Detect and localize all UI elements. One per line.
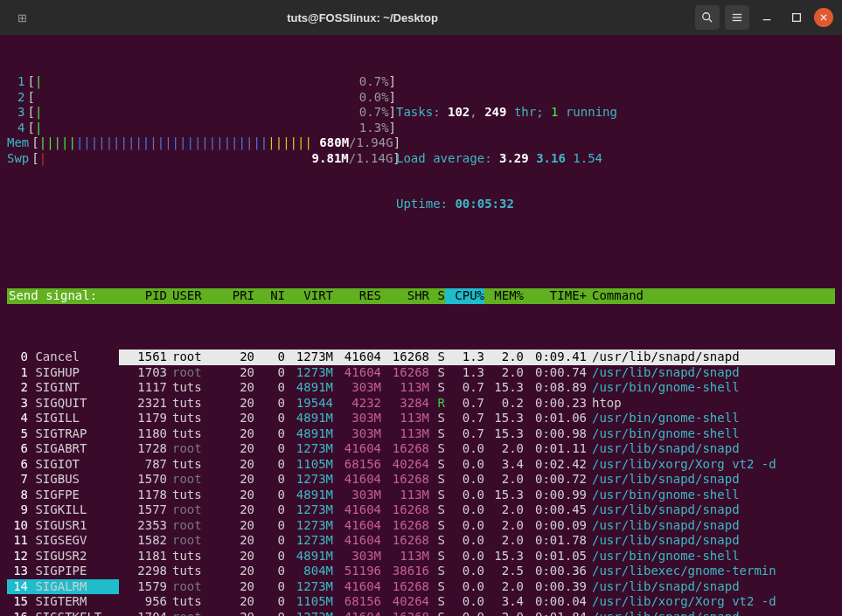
process-row[interactable]: 956tuts2001105M6815640264S0.03.40:00.04/… [119,594,835,610]
svg-rect-6 [793,14,801,22]
col-cpu[interactable]: CPU% [445,288,484,304]
process-row[interactable]: 2353root2001273M4160416268S0.02.00:00.09… [119,518,835,534]
titlebar: ⊞ tuts@FOSSlinux: ~/Desktop [0,0,842,35]
signal-item[interactable]: 15 SIGTERM [7,594,119,610]
signal-item[interactable]: 5 SIGTRAP [7,426,119,442]
col-time[interactable]: TIME+ [524,288,587,304]
col-pid[interactable]: PID [119,288,167,304]
search-icon [701,11,713,24]
process-row[interactable]: 2321tuts2001954442323284R0.70.20:00.23ht… [119,396,835,412]
col-user[interactable]: USER [167,288,219,304]
uptime-line: Uptime: 00:05:32 [396,197,835,212]
cpu-bar: 3 [| 0.7%] [7,105,396,121]
tasks-line: Tasks: 102, 249 thr; 1 running [396,105,835,121]
col-res[interactable]: RES [333,288,381,304]
col-mem[interactable]: MEM% [484,288,524,304]
hamburger-icon [731,11,743,24]
process-row[interactable]: 1579root2001273M4160416268S0.02.00:00.39… [119,579,835,595]
signal-item[interactable]: 4 SIGILL [7,411,119,426]
signal-item[interactable]: 10 SIGUSR1 [7,518,119,534]
mem-bar: Mem[||||||||||||||||||||||||||||||||||||… [7,135,396,151]
col-ni[interactable]: NI [254,288,285,304]
signal-item[interactable]: 8 SIGFPE [7,488,119,503]
signal-item[interactable]: 12 SIGUSR2 [7,549,119,564]
process-row[interactable]: 1181tuts2004891M303M113MS0.015.30:01.05/… [119,549,835,564]
close-icon [819,13,828,22]
signal-item[interactable]: 6 SIGIOT [7,457,119,473]
signal-item[interactable]: 3 SIGQUIT [7,396,119,412]
activity-icon: ⊞ [9,11,35,24]
system-summary: 1 [| 0.7%]2 [ 0.0%]3 [| 0.7%]4 [| [7,74,835,243]
signal-item[interactable]: 7 SIGBUS [7,472,119,488]
load-line: Load average: 3.29 3.16 1.54 [396,151,835,167]
process-row[interactable]: 1577root2001273M4160416268S0.02.00:00.45… [119,502,835,518]
signal-item[interactable]: 2 SIGINT [7,380,119,396]
swp-bar: Swp[| 9.81M/1.14G] [7,151,396,167]
process-row[interactable]: 1703root2001273M4160416268S1.32.00:00.74… [119,365,835,381]
window-title: tuts@FOSSlinux: ~/Desktop [35,11,690,24]
menu-button[interactable] [725,5,749,30]
col-shr[interactable]: SHR [381,288,429,304]
col-cmd[interactable]: Command [587,288,835,304]
maximize-button[interactable] [784,5,809,30]
svg-point-0 [703,13,710,20]
cpu-bar: 4 [| 1.3%] [7,121,396,136]
process-list[interactable]: 1561root2001273M4160416268S1.32.00:09.41… [119,350,835,616]
process-row[interactable]: 1179tuts2004891M303M113MS0.715.30:01.06/… [119,411,835,426]
signal-item[interactable]: 13 SIGPIPE [7,564,119,579]
maximize-icon [790,11,803,24]
process-row[interactable]: 1704root2001273M4160416268S0.02.00:01.84… [119,610,835,617]
col-virt[interactable]: VIRT [285,288,333,304]
signal-item[interactable]: 16 SIGSTKFLT [7,610,119,617]
svg-line-1 [709,19,713,23]
process-row[interactable]: 787tuts2001105M6815640264S0.03.40:02.42/… [119,457,835,473]
signal-header: Send signal: [7,288,97,302]
column-headers: Send signal: PID USER PRI NI VIRT RES SH… [7,288,835,304]
cpu-bar: 1 [| 0.7%] [7,74,396,90]
process-row[interactable]: 1582root2001273M4160416268S0.02.00:01.78… [119,533,835,549]
process-row[interactable]: 2298tuts200804M5119638616S0.02.50:00.36/… [119,564,835,579]
search-button[interactable] [695,5,720,30]
signal-item[interactable]: 1 SIGHUP [7,365,119,381]
close-button[interactable] [814,8,833,27]
process-row[interactable]: 1561root2001273M4160416268S1.32.00:09.41… [119,350,835,365]
minimize-button[interactable] [755,5,779,30]
process-row[interactable]: 1728root2001273M4160416268S0.02.00:01.11… [119,441,835,457]
process-row[interactable]: 1180tuts2004891M303M113MS0.715.30:00.98/… [119,426,835,442]
col-s[interactable]: S [429,288,445,304]
signal-item[interactable]: 6 SIGABRT [7,441,119,457]
process-row[interactable]: 1570root2001273M4160416268S0.02.00:00.72… [119,472,835,488]
process-row[interactable]: 1178tuts2004891M303M113MS0.015.30:00.99/… [119,488,835,503]
col-pri[interactable]: PRI [219,288,254,304]
process-row[interactable]: 1117tuts2004891M303M113MS0.715.30:08.89/… [119,380,835,396]
signal-item[interactable]: 11 SIGSEGV [7,533,119,549]
signal-list[interactable]: 0 Cancel1 SIGHUP2 SIGINT3 SIGQUIT4 SIGIL… [7,350,119,616]
signal-item[interactable]: 14 SIGALRM [7,579,119,595]
signal-item[interactable]: 9 SIGKILL [7,502,119,518]
signal-item[interactable]: 0 Cancel [7,350,119,365]
terminal[interactable]: 1 [| 0.7%]2 [ 0.0%]3 [| 0.7%]4 [| [0,35,842,616]
cpu-bar: 2 [ 0.0%] [7,90,396,106]
minimize-icon [761,11,773,24]
